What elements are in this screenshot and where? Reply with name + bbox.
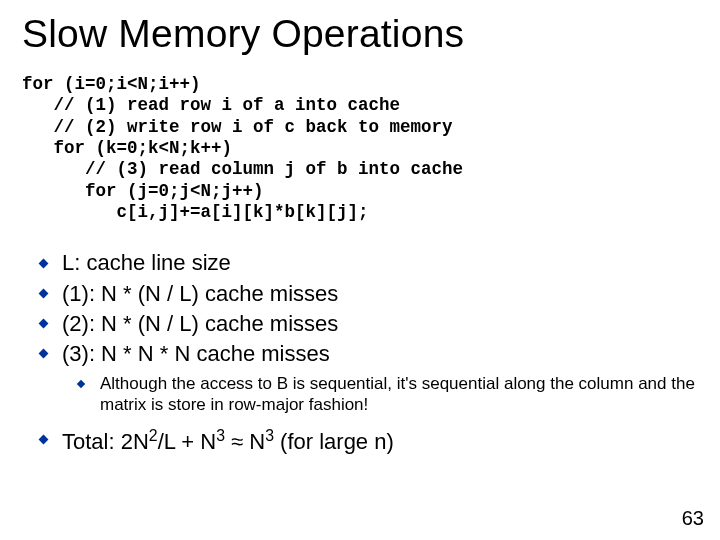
code-block: for (i=0;i<N;i++) // (1) read row i of a…	[22, 74, 698, 223]
bullet-list-total: Total: 2N2/L + N3 ≈ N3 (for large n)	[22, 426, 698, 456]
superscript: 3	[216, 427, 225, 444]
bullet-list: L: cache line size (1): N * (N / L) cach…	[22, 249, 698, 368]
total-text: (for large n)	[274, 429, 394, 454]
list-item: (2): N * (N / L) cache misses	[22, 310, 698, 338]
sub-bullet-list: Although the access to B is sequential, …	[22, 374, 698, 415]
total-text: Total: 2N	[62, 429, 149, 454]
list-item: (1): N * (N / L) cache misses	[22, 280, 698, 308]
slide-title: Slow Memory Operations	[22, 12, 698, 56]
list-item: Although the access to B is sequential, …	[22, 374, 698, 415]
list-item: L: cache line size	[22, 249, 698, 277]
page-number: 63	[682, 507, 704, 530]
total-text: ≈ N	[225, 429, 265, 454]
list-item-total: Total: 2N2/L + N3 ≈ N3 (for large n)	[22, 426, 698, 456]
total-text: /L + N	[158, 429, 217, 454]
superscript: 2	[149, 427, 158, 444]
superscript: 3	[265, 427, 274, 444]
list-item: (3): N * N * N cache misses	[22, 340, 698, 368]
